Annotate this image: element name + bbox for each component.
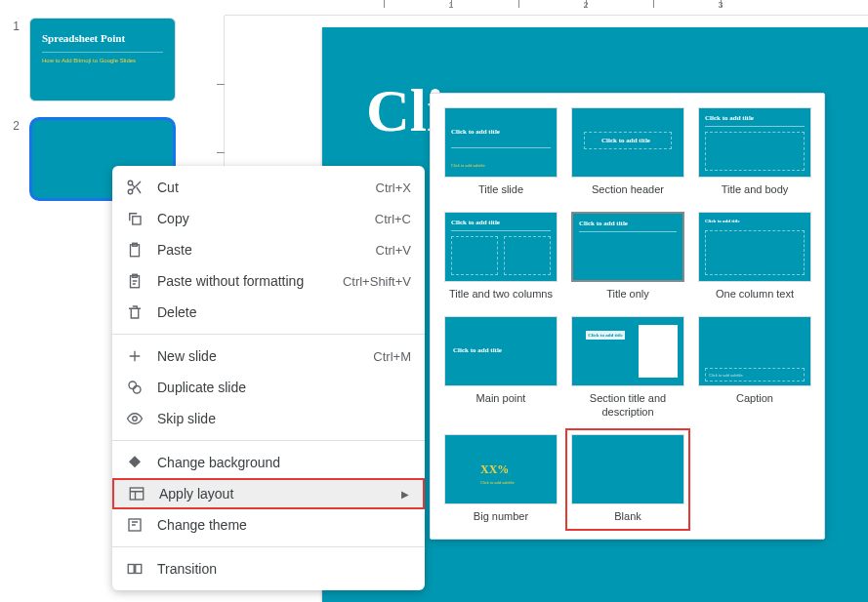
menu-copy[interactable]: Copy Ctrl+C (112, 203, 425, 234)
svg-point-8 (134, 386, 142, 394)
layout-big-number[interactable]: XX% Click to add subtitle Big number (440, 430, 561, 529)
layout-title-slide[interactable]: Click to add title Click to add subtitle… (440, 103, 561, 200)
layout-preview: Click to add title (571, 316, 684, 386)
thumb-subtitle: How to Add Bitmoji to Google Slides (42, 58, 136, 63)
menu-label: Change background (157, 455, 280, 470)
menu-label: Copy (157, 211, 189, 226)
menu-label: Cut (157, 180, 179, 195)
layout-preview: Click to add title (571, 212, 684, 282)
theme-icon (126, 516, 144, 534)
context-menu: Cut Ctrl+X Copy Ctrl+C Paste Ctrl+V Past… (112, 166, 425, 590)
layout-title-only[interactable]: Click to add title Title only (567, 208, 688, 304)
ruler-horizontal: 1 2 3 (225, 0, 868, 16)
layout-label: Main point (476, 392, 526, 405)
layout-label: Section header (592, 183, 664, 196)
layout-one-column-text[interactable]: Click to add title One column text (694, 208, 815, 304)
menu-change-theme[interactable]: Change theme (112, 509, 425, 541)
svg-point-7 (129, 381, 137, 389)
menu-duplicate-slide[interactable]: Duplicate slide (112, 372, 425, 403)
menu-delete[interactable]: Delete (112, 297, 425, 328)
thumb-number: 1 (8, 18, 20, 101)
menu-label: Transition (157, 561, 217, 577)
layout-section-title-desc[interactable]: Click to add title Section title and des… (567, 312, 688, 421)
menu-label: New slide (157, 348, 217, 364)
transition-icon (126, 560, 144, 578)
layout-label: Title slide (478, 183, 523, 196)
menu-skip-slide[interactable]: Skip slide (112, 403, 425, 434)
menu-shortcut: Ctrl+X (376, 181, 411, 195)
thumb-number: 2 (8, 117, 20, 201)
layout-main-point[interactable]: Click to add title Main point (440, 312, 561, 421)
menu-label: Change theme (157, 517, 247, 533)
trash-icon (126, 303, 144, 321)
layout-preview: Click to add title (698, 212, 811, 282)
layout-icon (128, 485, 145, 502)
layout-title-two-columns[interactable]: Click to add title Title and two columns (440, 208, 561, 304)
layout-label: Title and body (722, 183, 789, 196)
layout-preview: Click to add title (444, 316, 558, 386)
menu-separator (112, 334, 425, 335)
layout-preview: Click to add title (571, 107, 684, 178)
menu-separator (112, 440, 425, 441)
layout-label: Title and two columns (449, 288, 553, 301)
menu-label: Delete (157, 304, 196, 320)
menu-cut[interactable]: Cut Ctrl+X (112, 172, 425, 203)
layout-caption[interactable]: Click to add subtitle Caption (694, 312, 815, 421)
clipboard-plain-icon (126, 272, 144, 290)
menu-transition[interactable]: Transition (112, 553, 425, 584)
menu-paste[interactable]: Paste Ctrl+V (112, 234, 425, 265)
layout-label: Blank (614, 510, 641, 523)
menu-change-background[interactable]: Change background (112, 447, 425, 478)
menu-label: Paste (157, 242, 192, 258)
layout-preview: XX% Click to add subtitle (444, 434, 558, 504)
copy-icon (126, 210, 144, 227)
svg-rect-13 (136, 565, 142, 574)
layout-label: Caption (736, 392, 773, 405)
layout-section-header[interactable]: Click to add title Section header (567, 103, 688, 200)
menu-label: Apply layout (159, 486, 233, 502)
clipboard-icon (126, 241, 144, 259)
layout-preview: Click to add title Click to add subtitle (444, 107, 558, 178)
eye-icon (126, 410, 144, 427)
layout-preview: Click to add title (698, 107, 811, 178)
layout-preview: Click to add subtitle (698, 316, 811, 386)
menu-new-slide[interactable]: New slide Ctrl+M (112, 341, 425, 372)
thumb-divider (42, 52, 163, 53)
layout-blank[interactable]: Blank (567, 430, 688, 529)
menu-label: Paste without formatting (157, 273, 304, 289)
menu-shortcut: Ctrl+C (375, 212, 411, 226)
layout-label: Big number (474, 510, 528, 523)
plus-icon (126, 347, 144, 365)
svg-point-0 (128, 181, 133, 185)
chevron-right-icon: ▶ (401, 489, 409, 500)
layout-preview (571, 434, 684, 504)
menu-shortcut: Ctrl+V (376, 243, 411, 258)
svg-point-1 (128, 189, 133, 194)
menu-apply-layout[interactable]: Apply layout ▶ (112, 478, 425, 509)
menu-shortcut: Ctrl+Shift+V (343, 274, 411, 289)
menu-separator (112, 546, 425, 547)
layout-label: One column text (716, 288, 794, 301)
menu-label: Skip slide (157, 411, 216, 426)
menu-shortcut: Ctrl+M (373, 349, 411, 364)
svg-point-9 (133, 417, 138, 421)
menu-paste-without-formatting[interactable]: Paste without formatting Ctrl+Shift+V (112, 265, 425, 297)
layout-label: Section title and description (571, 392, 684, 418)
paint-icon (126, 454, 144, 471)
slide-thumb-1[interactable]: Spreadsheet Point How to Add Bitmoji to … (29, 18, 176, 101)
menu-label: Duplicate slide (157, 380, 246, 395)
layout-preview: Click to add title (444, 212, 558, 282)
duplicate-icon (126, 379, 144, 396)
svg-rect-12 (128, 565, 134, 574)
svg-rect-10 (130, 488, 144, 500)
thumb-title: Spreadsheet Point (42, 32, 125, 44)
layout-label: Title only (606, 288, 649, 301)
layout-title-and-body[interactable]: Click to add title Title and body (694, 103, 815, 200)
svg-rect-2 (133, 217, 141, 224)
layout-submenu: Click to add title Click to add subtitle… (430, 93, 825, 540)
scissors-icon (126, 179, 144, 196)
